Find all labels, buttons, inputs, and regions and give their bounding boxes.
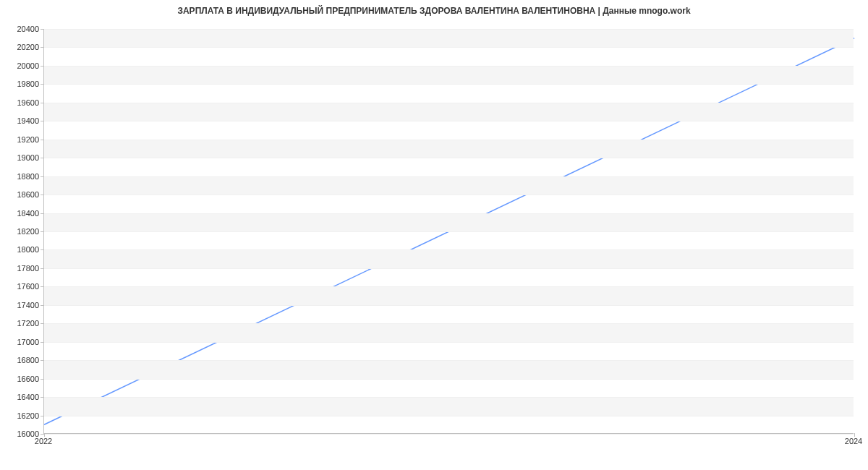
grid-band [44,323,854,341]
y-tick-mark [41,29,44,30]
x-tick-label: 2022 [35,437,52,445]
y-tick-mark [41,379,44,380]
y-tick-label: 18000 [3,245,39,254]
gridline [44,213,854,214]
gridline [44,305,854,306]
grid-band [44,286,854,304]
gridline [44,379,854,380]
y-tick-mark [41,416,44,416]
gridline [44,121,854,121]
y-tick-label: 19600 [3,98,39,107]
y-tick-label: 16800 [3,356,39,364]
y-tick-mark [41,305,44,306]
y-tick-label: 19400 [3,116,39,125]
y-tick-mark [41,158,44,158]
y-tick-mark [41,397,44,398]
grid-band [44,66,854,84]
gridline [44,29,854,30]
y-tick-label: 17400 [3,301,39,309]
gridline [44,416,854,416]
y-tick-mark [41,360,44,361]
y-tick-label: 17000 [3,338,39,346]
y-tick-label: 18200 [3,227,39,236]
grid-band [44,249,854,268]
gridline [44,47,854,48]
y-tick-label: 19000 [3,153,39,162]
y-tick-label: 16600 [3,375,39,383]
gridline [44,342,854,343]
gridline [44,103,854,103]
y-tick-label: 20400 [3,25,39,33]
gridline [44,323,854,324]
grid-band [44,140,854,158]
gridline [44,176,854,177]
grid-band [44,213,854,231]
y-tick-mark [41,213,44,214]
y-tick-mark [41,286,44,287]
gridline [44,158,854,158]
y-tick-mark [41,121,44,121]
grid-band [44,176,854,195]
y-tick-mark [41,249,44,250]
y-tick-mark [41,323,44,324]
y-tick-label: 18600 [3,190,39,199]
y-tick-mark [41,176,44,177]
y-tick-label: 19800 [3,80,39,88]
grid-band [44,397,854,415]
y-tick-label: 18800 [3,172,39,181]
gridline [44,286,854,287]
grid-band [44,29,854,47]
y-tick-label: 16200 [3,411,39,420]
y-tick-label: 20000 [3,61,39,70]
gridline [44,268,854,269]
gridline [44,434,854,435]
y-tick-mark [41,47,44,48]
gridline [44,195,854,195]
y-tick-mark [41,103,44,103]
y-tick-label: 17800 [3,264,39,273]
y-tick-label: 17600 [3,282,39,291]
y-tick-label: 16400 [3,393,39,401]
y-tick-mark [41,84,44,85]
gridline [44,231,854,232]
gridline [44,397,854,398]
gridline [44,360,854,361]
y-tick-mark [41,268,44,269]
gridline [44,140,854,140]
gridline [44,249,854,250]
y-tick-label: 19200 [3,135,39,144]
y-tick-label: 18400 [3,209,39,218]
y-tick-mark [41,66,44,67]
y-tick-mark [41,195,44,195]
chart-container: ЗАРПЛАТА В ИНДИВИДУАЛЬНЫЙ ПРЕДПРИНИМАТЕЛ… [0,0,868,470]
grid-band [44,103,854,121]
x-tick-label: 2024 [845,437,862,445]
grid-band [44,360,854,378]
y-tick-label: 17200 [3,319,39,328]
y-tick-mark [41,231,44,232]
y-tick-mark [41,342,44,343]
gridline [44,84,854,85]
y-tick-label: 20200 [3,43,39,51]
y-tick-label: 16000 [3,430,39,438]
y-tick-mark [41,140,44,140]
plot-area [43,29,854,434]
gridline [44,66,854,67]
chart-title: ЗАРПЛАТА В ИНДИВИДУАЛЬНЫЙ ПРЕДПРИНИМАТЕЛ… [0,6,868,16]
